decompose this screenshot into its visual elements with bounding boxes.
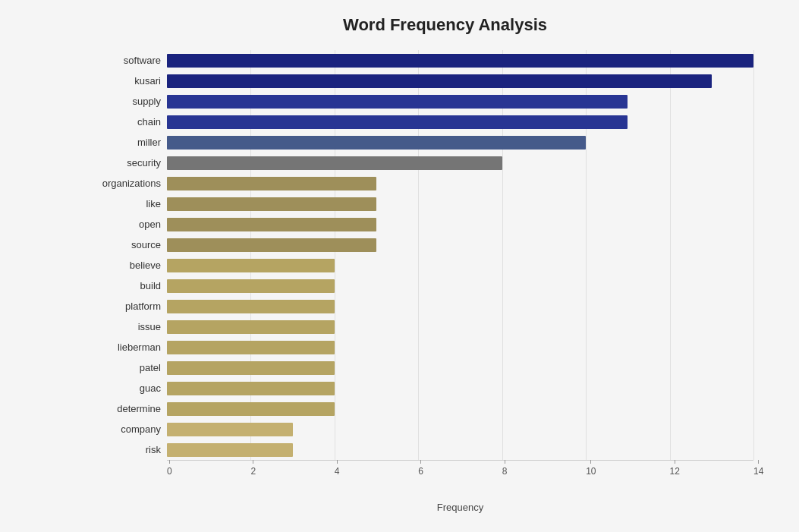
bar-fill — [167, 320, 335, 334]
bar-label: open — [91, 219, 167, 230]
bar-label: kusari — [91, 75, 167, 87]
bar-row: build — [91, 278, 753, 294]
bar-row: company — [91, 421, 753, 438]
bar-fill — [167, 136, 586, 150]
bar-row: miller — [91, 134, 753, 151]
bar-label: patel — [91, 362, 167, 373]
bar-label: risk — [91, 444, 167, 455]
bar-track — [167, 423, 753, 436]
bar-row: security — [91, 155, 753, 172]
bar-track — [167, 300, 753, 313]
bar-label: issue — [91, 321, 167, 332]
bar-row: source — [91, 237, 753, 253]
x-tick: 0 — [167, 460, 172, 477]
bar-fill — [167, 361, 335, 375]
x-tick: 2 — [250, 460, 256, 477]
bar-label: miller — [91, 137, 167, 148]
x-tick-label: 12 — [670, 466, 680, 477]
chart-title: Word Frequency Analysis — [137, 15, 753, 35]
bar-track — [167, 279, 753, 293]
x-tick: 12 — [670, 460, 680, 477]
bar-track — [167, 136, 753, 150]
bar-fill — [167, 197, 376, 211]
bar-label: like — [91, 198, 167, 209]
bar-label: guac — [91, 382, 167, 394]
bar-fill — [167, 402, 335, 416]
bar-fill — [167, 115, 628, 129]
bar-fill — [167, 238, 376, 252]
bar-track — [167, 402, 753, 416]
bar-fill — [167, 218, 376, 231]
x-tick: 8 — [502, 460, 508, 477]
x-tick-line — [675, 460, 675, 464]
bar-fill — [167, 177, 376, 190]
bar-fill — [167, 54, 753, 68]
bar-track — [167, 259, 753, 272]
bar-row: lieberman — [91, 339, 753, 356]
bar-label: source — [91, 239, 167, 250]
x-tick-label: 2 — [250, 466, 256, 477]
bar-track — [167, 361, 753, 375]
x-tick: 14 — [753, 460, 763, 477]
bar-row: kusari — [91, 73, 753, 90]
bar-fill — [167, 382, 335, 395]
bar-row: platform — [91, 298, 753, 315]
x-axis-title: Frequency — [167, 502, 753, 513]
bar-track — [167, 382, 753, 395]
bar-fill — [167, 341, 335, 354]
bar-row: like — [91, 196, 753, 212]
bar-row: chain — [91, 114, 753, 131]
bar-row: software — [91, 52, 753, 69]
bar-track — [167, 74, 753, 88]
bar-track — [167, 197, 753, 211]
chart-area: softwarekusarisupplychainmillersecurityo… — [91, 50, 753, 490]
bar-fill — [167, 300, 335, 313]
bar-row: open — [91, 216, 753, 233]
bar-label: security — [91, 157, 167, 168]
bar-row: supply — [91, 93, 753, 110]
bars-wrapper: softwarekusarisupplychainmillersecurityo… — [91, 50, 753, 460]
bar-track — [167, 115, 753, 129]
x-tick-label: 8 — [502, 466, 508, 477]
bar-fill — [167, 259, 335, 272]
x-tick-label: 10 — [586, 466, 596, 477]
x-tick-label: 6 — [418, 466, 423, 477]
x-tick-line — [590, 460, 591, 464]
x-tick-label: 0 — [167, 466, 172, 477]
bar-track — [167, 341, 753, 354]
x-axis: 02468101214 Frequency — [167, 460, 753, 490]
bar-track — [167, 320, 753, 334]
bar-label: lieberman — [91, 342, 167, 353]
x-tick: 4 — [335, 460, 340, 477]
bar-fill — [167, 279, 335, 293]
bar-label: determine — [91, 403, 167, 414]
bar-track — [167, 218, 753, 231]
bar-row: determine — [91, 401, 753, 417]
bar-label: company — [91, 423, 167, 435]
grid-line — [753, 50, 754, 460]
bar-row: patel — [91, 360, 753, 376]
x-tick-line — [169, 460, 170, 464]
bar-track — [167, 177, 753, 190]
x-tick-label: 14 — [753, 466, 763, 477]
bar-label: chain — [91, 116, 167, 127]
bar-row: risk — [91, 442, 753, 458]
bar-track — [167, 54, 753, 68]
bar-row: issue — [91, 319, 753, 335]
chart-container: Word Frequency Analysis softwarekusarisu… — [0, 0, 799, 532]
bar-label: believe — [91, 260, 167, 271]
bar-fill — [167, 423, 293, 436]
bar-track — [167, 443, 753, 457]
bar-label: build — [91, 280, 167, 291]
bar-row: guac — [91, 380, 753, 397]
bar-label: software — [91, 55, 167, 66]
x-tick-line — [420, 460, 421, 464]
bar-row: believe — [91, 257, 753, 274]
bar-fill — [167, 74, 712, 88]
bar-label: platform — [91, 301, 167, 312]
x-tick: 10 — [586, 460, 596, 477]
bar-fill — [167, 95, 628, 109]
bar-fill — [167, 156, 502, 170]
x-tick-line — [505, 460, 505, 464]
bar-label: organizations — [91, 178, 167, 189]
